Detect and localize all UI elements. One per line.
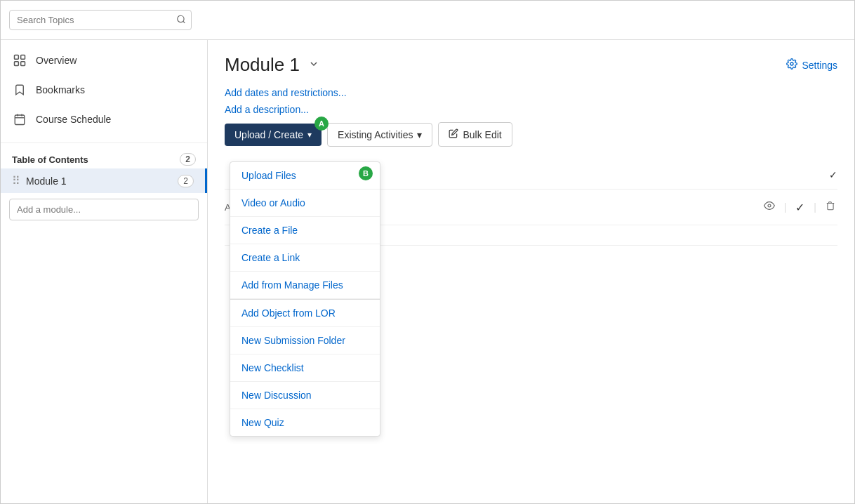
new-submission-label: New Submission Folder xyxy=(241,335,345,346)
sidebar-item-course-schedule[interactable]: Course Schedule xyxy=(1,105,207,134)
pencil-icon xyxy=(449,128,458,140)
settings-button[interactable]: Settings xyxy=(786,58,837,72)
svg-point-10 xyxy=(790,62,793,65)
bookmark-icon xyxy=(12,82,27,98)
dropdown-scroll[interactable]: Upload Files B Video or Audio Create a F… xyxy=(230,162,380,436)
module1-badge: 2 xyxy=(178,175,194,187)
svg-rect-5 xyxy=(21,62,25,66)
visibility-button-2[interactable] xyxy=(762,198,777,216)
dropdown-item-add-manage-files[interactable]: Add from Manage Files xyxy=(230,272,380,299)
dropdown-item-new-checklist[interactable]: New Checklist xyxy=(230,354,380,382)
badge-b: B xyxy=(359,166,373,180)
settings-label: Settings xyxy=(802,60,837,71)
dropdown-item-upload-files[interactable]: Upload Files B xyxy=(230,162,380,190)
dropdown-item-new-discussion[interactable]: New Discussion xyxy=(230,382,380,409)
separator-2b: | xyxy=(814,201,816,213)
bulk-edit-button[interactable]: Bulk Edit xyxy=(438,122,512,147)
add-manage-files-label: Add from Manage Files xyxy=(241,279,343,291)
video-audio-label: Video or Audio xyxy=(241,197,305,208)
toc-section: Table of Contents 2 xyxy=(1,146,207,168)
badge-a: A xyxy=(314,117,329,131)
overview-icon xyxy=(12,53,27,68)
svg-rect-6 xyxy=(15,115,25,125)
module-title-area: Module 1 xyxy=(225,54,322,76)
bulk-edit-label: Bulk Edit xyxy=(463,129,501,140)
svg-point-11 xyxy=(768,204,771,207)
dropdown-item-add-object-lor[interactable]: Add Object from LOR xyxy=(230,299,380,327)
delete-button-2[interactable] xyxy=(823,198,837,216)
toc-badge: 2 xyxy=(180,153,196,166)
search-button[interactable] xyxy=(175,13,187,27)
overview-label: Overview xyxy=(36,55,77,66)
content-row-2-actions: | ✓ | xyxy=(762,198,837,216)
drag-handle-icon: ⠿ xyxy=(12,174,20,187)
content-row-1-actions: ✓ xyxy=(829,169,837,180)
upload-create-dropdown: Upload Files B Video or Audio Create a F… xyxy=(230,161,380,437)
create-file-label: Create a File xyxy=(241,225,298,236)
module-header: Module 1 Settings xyxy=(225,54,837,76)
search-container xyxy=(9,10,192,30)
add-module-input[interactable] xyxy=(9,199,199,220)
svg-line-1 xyxy=(183,21,185,23)
separator-2: | xyxy=(784,201,787,213)
module1-label: Module 1 xyxy=(26,175,67,187)
dropdown-item-create-link[interactable]: Create a Link xyxy=(230,244,380,272)
bookmarks-label: Bookmarks xyxy=(36,84,85,95)
sidebar-item-bookmarks[interactable]: Bookmarks xyxy=(1,75,207,105)
toc-label: Table of Contents xyxy=(12,154,88,165)
upload-create-button[interactable]: Upload / Create ▾ xyxy=(225,124,322,146)
existing-activities-button[interactable]: Existing Activities ▾ xyxy=(327,123,432,147)
svg-point-0 xyxy=(178,15,184,22)
svg-rect-2 xyxy=(15,55,19,60)
svg-rect-4 xyxy=(15,62,19,66)
existing-activities-chevron-icon: ▾ xyxy=(417,129,422,140)
upload-files-label: Upload Files xyxy=(241,170,296,181)
new-quiz-label: New Quiz xyxy=(241,417,284,428)
sidebar-divider xyxy=(1,142,207,143)
dropdown-item-new-quiz[interactable]: New Quiz xyxy=(230,409,380,436)
calendar-icon xyxy=(12,112,27,127)
create-link-label: Create a Link xyxy=(241,252,300,263)
check-button-2[interactable]: ✓ xyxy=(793,199,807,216)
sidebar-item-overview[interactable]: Overview xyxy=(1,46,207,75)
sidebar: Overview Bookmarks xyxy=(1,40,208,503)
new-checklist-label: New Checklist xyxy=(241,362,304,373)
upload-chevron-icon: ▾ xyxy=(307,130,312,140)
upload-create-label: Upload / Create xyxy=(234,129,303,140)
svg-rect-3 xyxy=(21,55,25,60)
top-bar xyxy=(1,1,854,40)
description-link[interactable]: Add a description... xyxy=(225,104,837,115)
dropdown-item-video-audio[interactable]: Video or Audio xyxy=(230,190,380,217)
course-schedule-label: Course Schedule xyxy=(36,114,111,125)
check-icon-1: ✓ xyxy=(829,169,837,180)
toolbar: Upload / Create ▾ A Existing Activities … xyxy=(225,122,837,147)
gear-icon xyxy=(786,58,797,72)
dropdown-item-new-submission[interactable]: New Submission Folder xyxy=(230,327,380,354)
module-meta-links: Add dates and restrictions... Add a desc… xyxy=(225,87,837,115)
search-input[interactable] xyxy=(9,10,192,30)
add-object-lor-label: Add Object from LOR xyxy=(241,307,336,319)
sidebar-item-module1[interactable]: ⠿ Module 1 2 xyxy=(1,168,207,193)
dropdown-item-create-file[interactable]: Create a File xyxy=(230,217,380,244)
module-title: Module 1 xyxy=(225,54,300,76)
sidebar-nav: Overview Bookmarks xyxy=(1,40,207,140)
main-layout: Overview Bookmarks xyxy=(1,40,854,503)
dates-restrictions-link[interactable]: Add dates and restrictions... xyxy=(225,87,837,98)
new-discussion-label: New Discussion xyxy=(241,390,312,401)
existing-activities-label: Existing Activities xyxy=(338,129,413,140)
module-dropdown-button[interactable] xyxy=(305,55,322,75)
module1-left: ⠿ Module 1 xyxy=(12,174,67,187)
